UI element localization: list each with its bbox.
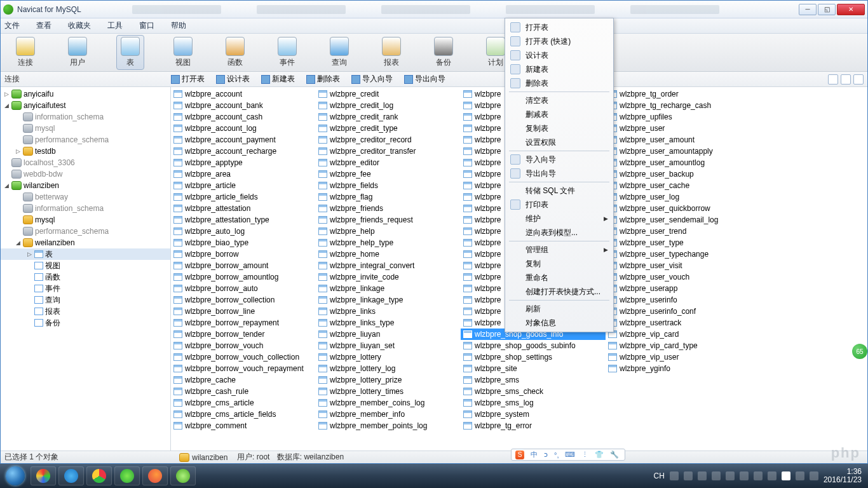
action-导出向导[interactable]: 导出向导	[404, 74, 445, 85]
table-row[interactable]: wlzbpre_borrow_vouch_collection	[171, 351, 316, 363]
table-row[interactable]: wlzbpre_sms_log	[461, 397, 606, 409]
menu-item[interactable]: 删除表	[506, 76, 612, 90]
table-row[interactable]: wlzbpre_member_points_log	[316, 420, 461, 431]
toolbar-报表[interactable]: 报表	[378, 37, 405, 68]
table-row[interactable]: wlzbpre_borrow_amountlog	[171, 271, 316, 283]
action-导入向导[interactable]: 导入向导	[351, 74, 393, 85]
tree-item[interactable]: webdb-bdw	[1, 168, 170, 180]
ime-toolbar[interactable]: S 中ↄ°,⌨⋮👕🔧	[511, 449, 625, 461]
table-row[interactable]: wlzbpre_apptype	[171, 157, 316, 168]
search-icon[interactable]	[828, 74, 838, 85]
tree-arrow-icon[interactable]: ◢	[3, 182, 10, 189]
taskbar-navicat[interactable]	[170, 466, 196, 485]
table-row[interactable]: wlzbpre_upfiles	[606, 111, 750, 123]
table-row[interactable]: wlzbpre_flag	[316, 191, 461, 203]
table-row[interactable]: wlzbpre_user	[606, 123, 750, 134]
table-row[interactable]: wlzbpre_fields	[316, 180, 461, 191]
toolbar-事件[interactable]: 事件	[274, 37, 301, 68]
table-row[interactable]: wlzbpre_usertrack	[606, 317, 750, 329]
menu-item[interactable]: 设计表	[506, 48, 612, 62]
table-row[interactable]: wlzbpre_credit_rank	[316, 111, 461, 123]
table-row[interactable]: wlzbpre_liuyan	[316, 329, 461, 340]
table-row[interactable]: wlzbpre_user_trend	[606, 226, 750, 237]
taskbar-firefox[interactable]	[142, 466, 168, 485]
table-row[interactable]: wlzbpre_vip_card_type	[606, 340, 750, 351]
toolbar-表[interactable]: 表	[116, 35, 144, 70]
table-row[interactable]: wlzbpre_auto_log	[171, 226, 316, 237]
tree-item[interactable]: 查询	[1, 294, 170, 306]
menu-item[interactable]: 打开表 (快速)	[506, 34, 612, 48]
menu-窗口[interactable]: 窗口	[139, 20, 154, 31]
menu-item[interactable]: 导入向导	[506, 152, 612, 166]
table-row[interactable]: wlzbpre_borrow	[171, 248, 316, 260]
menu-帮助[interactable]: 帮助	[171, 20, 186, 31]
table-row[interactable]: wlzbpre_liuyan_set	[316, 340, 461, 351]
system-tray[interactable]: CH 1:36 2016/11/23	[654, 468, 865, 484]
table-row[interactable]: wlzbpre_tg_order	[606, 88, 750, 100]
ime-button[interactable]: °,	[554, 451, 559, 459]
table-row[interactable]: wlzbpre_account_cash	[171, 111, 316, 123]
tray-icon[interactable]	[712, 471, 721, 480]
taskbar-chrome[interactable]	[86, 466, 112, 485]
table-row[interactable]: wlzbpre_borrow_line	[171, 306, 316, 317]
table-row[interactable]: wlzbpre_credit_type	[316, 123, 461, 134]
context-menu[interactable]: 打开表打开表 (快速)设计表新建表删除表清空表删减表复制表设置权限导入向导导出向…	[505, 18, 614, 332]
table-row[interactable]: wlzbpre_account_log	[171, 123, 316, 134]
tree-item[interactable]: 备份	[1, 317, 170, 329]
table-row[interactable]: wlzbpre_attestation_type	[171, 214, 316, 226]
table-row[interactable]: wlzbpre_cms_article	[171, 397, 316, 409]
table-row[interactable]: wlzbpre_credit	[316, 88, 461, 100]
toolbar-视图[interactable]: 视图	[170, 37, 196, 68]
table-row[interactable]: wlzbpre_credit_log	[316, 100, 461, 111]
menu-item[interactable]: 设置权限	[506, 135, 612, 149]
view-list-icon[interactable]	[841, 74, 851, 85]
table-row[interactable]: wlzbpre_editor	[316, 157, 461, 168]
table-row[interactable]: wlzbpre_user_sendemail_log	[606, 214, 750, 226]
table-row[interactable]: wlzbpre_help_type	[316, 237, 461, 248]
menu-item[interactable]: 刷新	[506, 302, 612, 316]
table-row[interactable]: wlzbpre_friends_request	[316, 214, 461, 226]
tree-item[interactable]: 报表	[1, 306, 170, 317]
table-row[interactable]: wlzbpre_borrow_vouch	[171, 340, 316, 351]
table-row[interactable]: wlzbpre_site	[461, 363, 606, 374]
tree-item[interactable]: ▷表	[1, 248, 170, 260]
table-row[interactable]: wlzbpre_userapp	[606, 283, 750, 294]
table-row[interactable]: wlzbpre_help	[316, 226, 461, 237]
table-row[interactable]: wlzbpre_attestation	[171, 203, 316, 214]
table-row[interactable]: wlzbpre_user_amountapply	[606, 146, 750, 157]
titlebar[interactable]: Navicat for MySQL ─ ◱ ✕	[1, 1, 867, 18]
table-row[interactable]: wlzbpre_user_log	[606, 191, 750, 203]
toolbar-用户[interactable]: 用户	[64, 37, 91, 68]
table-row[interactable]: wlzbpre_friends	[316, 203, 461, 214]
menu-item[interactable]: 删减表	[506, 107, 612, 121]
table-row[interactable]: wlzbpre_linkage	[316, 283, 461, 294]
tree-arrow-icon[interactable]: ▷	[3, 91, 10, 97]
toolbar-备份[interactable]: 备份	[430, 37, 457, 68]
menu-item[interactable]: 复制	[506, 257, 612, 271]
taskbar-app-1[interactable]	[31, 466, 56, 485]
taskbar-ie[interactable]	[58, 466, 84, 485]
menu-item[interactable]: 清空表	[506, 93, 612, 107]
table-row[interactable]: wlzbpre_shop_goods_subinfo	[461, 340, 606, 351]
menu-item[interactable]: 逆向表到模型...	[506, 226, 612, 240]
tree-item[interactable]: ▷testdb	[1, 146, 170, 157]
table-row[interactable]: wlzbpre_member_info	[316, 409, 461, 420]
table-row[interactable]: wlzbpre_user_visit	[606, 260, 750, 271]
menu-item[interactable]: 新建表	[506, 62, 612, 76]
table-row[interactable]: wlzbpre_borrow_vouch_repayment	[171, 363, 316, 374]
tree-item[interactable]: 视图	[1, 260, 170, 271]
menu-item[interactable]: 重命名	[506, 271, 612, 285]
menu-item[interactable]: 转储 SQL 文件	[506, 184, 612, 198]
tray-icon[interactable]	[768, 471, 776, 480]
table-row[interactable]: wlzbpre_user_amount	[606, 134, 750, 146]
tray-network-icon[interactable]	[796, 471, 804, 480]
tray-icon[interactable]	[698, 471, 707, 480]
tree-arrow-icon[interactable]: ◢	[15, 240, 21, 246]
table-row[interactable]: wlzbpre_lottery_log	[316, 363, 461, 374]
view-detail-icon[interactable]	[853, 74, 864, 85]
menu-item[interactable]: 打印表	[506, 198, 612, 212]
table-row[interactable]: wlzbpre_links	[316, 306, 461, 317]
action-打开表[interactable]: 打开表	[171, 74, 205, 85]
menu-item[interactable]: 复制表	[506, 121, 612, 135]
table-row[interactable]: wlzbpre_article	[171, 180, 316, 191]
